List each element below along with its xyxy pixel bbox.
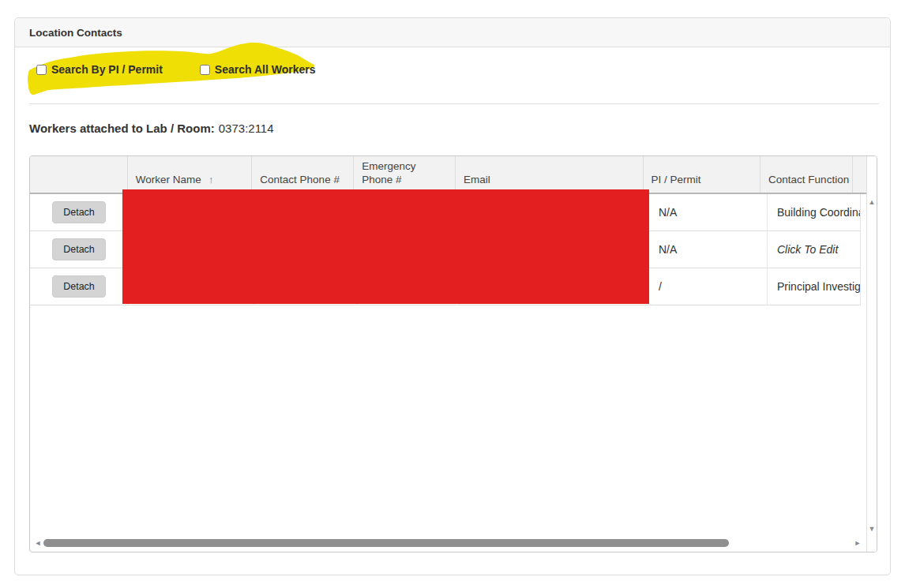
- section-heading-label: Workers attached to Lab / Room:: [29, 122, 215, 135]
- scroll-up-icon[interactable]: ▲: [867, 197, 877, 207]
- vertical-scrollbar[interactable]: ▲ ▼: [866, 156, 877, 552]
- contact-function-cell[interactable]: Building Coordinator: [768, 194, 861, 231]
- pi-permit-cell: N/A: [649, 231, 768, 268]
- section-heading: Workers attached to Lab / Room:0373:2114: [29, 122, 274, 135]
- column-header-contact-function[interactable]: Contact Function: [760, 156, 853, 193]
- location-contacts-panel: Location Contacts Search By PI / Permit …: [14, 17, 891, 575]
- search-all-workers-option[interactable]: Search All Workers: [200, 63, 316, 76]
- column-header-contact-phone[interactable]: Contact Phone #: [252, 156, 354, 193]
- grid-header-row: Worker Name ↑ Contact Phone # Emergency …: [30, 156, 867, 194]
- panel-header: Location Contacts: [15, 18, 890, 47]
- sort-ascending-icon[interactable]: ↑: [208, 173, 214, 186]
- workers-grid: Worker Name ↑ Contact Phone # Emergency …: [29, 155, 877, 552]
- search-by-pi-permit-option[interactable]: Search By PI / Permit: [36, 63, 163, 76]
- panel-title: Location Contacts: [29, 27, 122, 39]
- detach-cell: Detach: [30, 194, 129, 231]
- column-header-detach[interactable]: [30, 156, 128, 193]
- column-header-pi-permit[interactable]: PI / Permit: [644, 156, 761, 193]
- column-header-worker-name[interactable]: Worker Name ↑: [128, 156, 252, 193]
- contact-function-cell[interactable]: Click To Edit: [768, 231, 861, 268]
- detach-button[interactable]: Detach: [52, 201, 106, 223]
- column-header-email[interactable]: Email: [456, 156, 644, 193]
- search-all-workers-label: Search All Workers: [215, 63, 316, 76]
- horizontal-scrollbar[interactable]: ◄ ►: [30, 537, 867, 549]
- scroll-left-icon[interactable]: ◄: [33, 538, 43, 548]
- search-all-workers-checkbox[interactable]: [200, 65, 210, 75]
- pi-permit-cell: /: [649, 268, 768, 305]
- contact-function-cell[interactable]: Principal Investigator: [768, 268, 861, 305]
- detach-cell: Detach: [30, 231, 129, 268]
- search-by-pi-permit-checkbox[interactable]: [36, 65, 47, 75]
- scroll-right-icon[interactable]: ►: [853, 538, 862, 548]
- detach-button[interactable]: Detach: [52, 238, 106, 260]
- redaction-overlay: [122, 189, 649, 304]
- section-divider: [29, 103, 879, 104]
- column-header-emergency-phone[interactable]: Emergency Phone #: [354, 156, 456, 193]
- search-by-pi-permit-label: Search By PI / Permit: [51, 63, 163, 76]
- scroll-down-icon[interactable]: ▼: [867, 524, 877, 534]
- column-header-filler: [853, 156, 867, 193]
- lab-room-value: 0373:2114: [219, 122, 274, 135]
- search-filter-row: Search By PI / Permit Search All Workers: [36, 62, 315, 77]
- horizontal-scrollbar-thumb[interactable]: [43, 539, 729, 547]
- pi-permit-cell: N/A: [649, 194, 768, 231]
- detach-button[interactable]: Detach: [52, 275, 106, 298]
- detach-cell: Detach: [30, 268, 129, 305]
